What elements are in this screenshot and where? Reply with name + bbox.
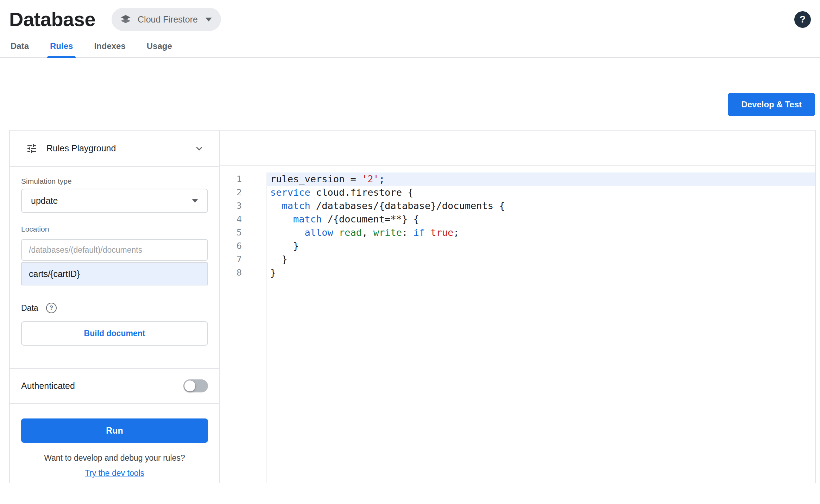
code-line[interactable]: service cloud.firestore { xyxy=(267,186,815,199)
rules-playground-panel: Rules Playground Simulation type update … xyxy=(10,131,220,483)
simulation-type-value: update xyxy=(31,196,192,206)
authenticated-toggle[interactable] xyxy=(183,379,208,392)
collapse-chevron-icon[interactable] xyxy=(193,143,205,155)
run-button[interactable]: Run xyxy=(21,418,208,443)
data-row: Data ? xyxy=(21,302,208,314)
editor-body: 12345678 rules_version = '2';service clo… xyxy=(220,166,815,483)
line-number: 3 xyxy=(220,199,242,213)
line-number: 7 xyxy=(220,253,242,266)
code-line[interactable]: } xyxy=(267,239,815,253)
product-switcher-label: Cloud Firestore xyxy=(138,14,198,25)
help-button[interactable]: ? xyxy=(794,11,811,28)
data-help-icon[interactable]: ? xyxy=(46,303,57,313)
line-number: 5 xyxy=(220,226,242,239)
page-title: Database xyxy=(9,10,95,29)
product-switcher-chip[interactable]: Cloud Firestore xyxy=(112,8,221,31)
location-input[interactable] xyxy=(21,239,208,261)
line-number-gutter: 12345678 xyxy=(220,172,267,483)
run-section: Run Want to develop and debug your rules… xyxy=(10,404,219,478)
simulation-type-label: Simulation type xyxy=(21,177,208,185)
tab-usage[interactable]: Usage xyxy=(142,35,177,57)
playground-header: Rules Playground xyxy=(10,131,219,167)
editor-toolbar xyxy=(220,131,815,166)
tab-rules[interactable]: Rules xyxy=(45,35,78,57)
line-number: 1 xyxy=(220,172,242,186)
code-line[interactable]: } xyxy=(267,266,815,279)
line-number: 8 xyxy=(220,266,242,279)
authenticated-row: Authenticated xyxy=(10,369,219,403)
code-line[interactable]: rules_version = '2'; xyxy=(267,172,815,186)
tab-data[interactable]: Data xyxy=(6,35,34,57)
authenticated-label: Authenticated xyxy=(21,381,75,391)
rules-editor: 12345678 rules_version = '2';service clo… xyxy=(220,131,815,483)
actions-row: Develop & Test xyxy=(0,93,815,116)
tab-bar: Data Rules Indexes Usage xyxy=(0,35,820,58)
tab-indexes[interactable]: Indexes xyxy=(89,35,130,57)
toggle-knob xyxy=(184,380,195,391)
code-line[interactable]: match /databases/{database}/documents { xyxy=(267,199,815,213)
select-caret-icon xyxy=(192,199,198,203)
code-line[interactable]: } xyxy=(267,253,815,266)
line-number: 2 xyxy=(220,186,242,199)
rules-content-card: Rules Playground Simulation type update … xyxy=(9,130,816,483)
code-area[interactable]: rules_version = '2';service cloud.firest… xyxy=(267,172,815,483)
question-mark-icon: ? xyxy=(800,14,806,25)
line-number: 6 xyxy=(220,239,242,253)
header: Database Cloud Firestore ? xyxy=(0,0,820,32)
firestore-icon xyxy=(119,13,132,26)
playground-title: Rules Playground xyxy=(46,143,193,153)
data-label: Data xyxy=(21,303,38,313)
develop-test-button[interactable]: Develop & Test xyxy=(728,93,815,116)
build-document-button[interactable]: Build document xyxy=(21,321,208,346)
dev-tools-link[interactable]: Try the dev tools xyxy=(85,468,144,478)
location-suggestion[interactable]: carts/{cartID} xyxy=(21,262,208,285)
code-line[interactable]: match /{document=**} { xyxy=(267,213,815,226)
code-line[interactable]: allow read, write: if true; xyxy=(267,226,815,239)
dev-tools-text: Want to develop and debug your rules? xyxy=(21,453,208,463)
location-label: Location xyxy=(21,225,208,233)
simulation-type-select[interactable]: update xyxy=(21,189,208,213)
playground-form: Simulation type update Location carts/{c… xyxy=(10,167,219,346)
tune-icon xyxy=(26,143,37,154)
chevron-down-icon xyxy=(206,18,212,21)
line-number: 4 xyxy=(220,213,242,226)
